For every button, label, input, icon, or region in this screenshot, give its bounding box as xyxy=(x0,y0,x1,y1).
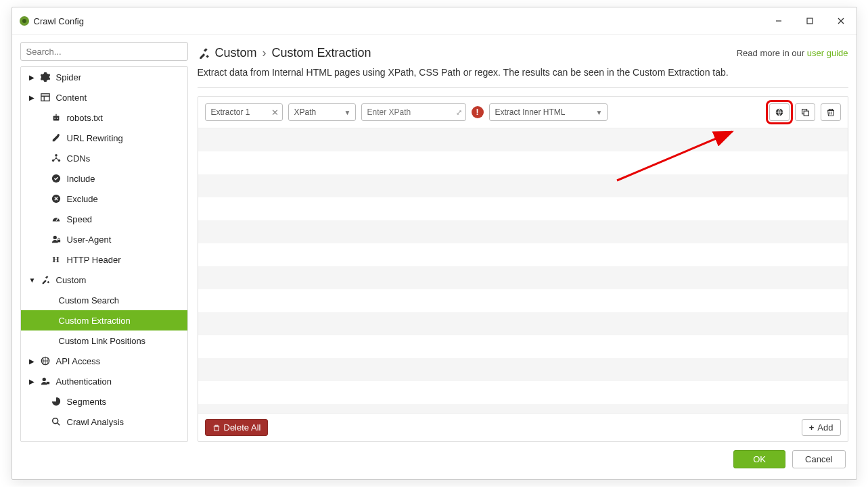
page-description: Extract data from Internal HTML pages us… xyxy=(198,67,848,88)
sidebar-item-url-rewriting[interactable]: ▶ URL Rewriting xyxy=(21,128,187,148)
svg-rect-23 xyxy=(46,382,49,385)
empty-rows-area xyxy=(198,128,848,413)
sidebar-item-label: Custom Link Positions xyxy=(59,336,146,346)
gear-icon xyxy=(40,72,51,82)
warning-icon: ! xyxy=(472,106,484,118)
browser-preview-button[interactable] xyxy=(769,103,790,121)
clear-icon[interactable]: ✕ xyxy=(271,107,279,118)
svg-rect-20 xyxy=(57,240,60,243)
chevron-right-icon: ▶ xyxy=(29,94,36,101)
sidebar-item-label: User-Agent xyxy=(67,235,112,245)
svg-point-22 xyxy=(42,378,45,381)
chevron-down-icon: ▼ xyxy=(29,276,36,284)
sidebar-item-cdns[interactable]: ▶ CDNs xyxy=(21,148,187,168)
chevron-right-icon: ▶ xyxy=(29,378,36,385)
x-circle-icon xyxy=(51,193,62,204)
expand-icon[interactable]: ⤢ xyxy=(456,108,462,117)
method-select[interactable]: XPath ▼ xyxy=(288,103,356,121)
window-title: Crawl Config xyxy=(34,16,763,26)
svg-point-10 xyxy=(54,118,55,119)
sidebar-item-label: Segments xyxy=(67,397,107,407)
extract-type-select[interactable]: Extract Inner HTML ▼ xyxy=(489,103,608,121)
sidebar-item-segments[interactable]: ▶ Segments xyxy=(21,391,187,412)
sidebar-item-crawl-analysis[interactable]: ▶ Crawl Analysis xyxy=(21,412,187,432)
tools-icon xyxy=(40,274,51,285)
plus-icon: + xyxy=(809,422,815,433)
xpath-input[interactable] xyxy=(361,103,466,121)
extractor-row: ✕ XPath ▼ ⤢ ! Extract Inner HTML ▼ xyxy=(198,97,848,128)
sidebar-item-spider[interactable]: ▶ Spider xyxy=(21,67,187,87)
method-select-value: XPath xyxy=(294,107,317,117)
sidebar-item-label: Authentication xyxy=(56,376,112,387)
edit-icon xyxy=(51,132,62,143)
sidebar-item-api-access[interactable]: ▶ API Access xyxy=(21,351,187,371)
delete-all-button[interactable]: Delete All xyxy=(205,419,269,436)
gauge-icon xyxy=(51,214,62,224)
crawl-config-window: Crawl Config ▶ Spider ▶ xyxy=(12,7,857,480)
delete-row-button[interactable] xyxy=(821,103,841,121)
user-lock-icon xyxy=(40,376,51,387)
sidebar-item-label: API Access xyxy=(56,356,101,366)
dialog-footer: OK Cancel xyxy=(12,442,856,479)
add-button[interactable]: + Add xyxy=(802,419,841,436)
extractor-list: ✕ XPath ▼ ⤢ ! Extract Inner HTML ▼ xyxy=(198,96,848,442)
user-lock-icon xyxy=(51,234,62,245)
sidebar-item-label: Content xyxy=(56,93,87,103)
extract-type-value: Extract Inner HTML xyxy=(495,107,566,117)
sidebar-item-label: Custom xyxy=(56,275,87,285)
user-guide-link[interactable]: user guide xyxy=(807,48,848,58)
sidebar-item-custom-link-positions[interactable]: ▶ Custom Link Positions xyxy=(21,330,187,351)
svg-point-13 xyxy=(55,154,58,157)
maximize-button[interactable] xyxy=(794,11,825,30)
header-icon: H xyxy=(51,254,62,265)
sidebar-item-http-header[interactable]: ▶ H HTTP Header xyxy=(21,249,187,270)
sidebar-item-label: Exclude xyxy=(67,194,98,204)
search-icon xyxy=(51,416,62,427)
sidebar-item-label: Custom Extraction xyxy=(59,316,131,326)
robot-icon xyxy=(51,112,62,123)
sidebar-item-user-agent[interactable]: ▶ User-Agent xyxy=(21,229,187,249)
sidebar-item-content[interactable]: ▶ Content xyxy=(21,87,187,107)
sidebar-item-label: robots.txt xyxy=(67,113,103,123)
chevron-right-icon: ▶ xyxy=(29,74,36,81)
sidebar-item-label: Speed xyxy=(67,214,93,224)
app-icon xyxy=(19,16,30,26)
sidebar-item-label: URL Rewriting xyxy=(67,133,123,143)
search-input[interactable] xyxy=(20,42,188,61)
sidebar-item-custom-extraction[interactable]: ▶ Custom Extraction xyxy=(21,310,187,330)
svg-rect-9 xyxy=(53,116,59,120)
duplicate-button[interactable] xyxy=(795,103,815,121)
sidebar-item-label: CDNs xyxy=(67,153,91,164)
svg-rect-28 xyxy=(804,111,808,116)
cancel-button[interactable]: Cancel xyxy=(792,450,845,468)
sidebar-item-include[interactable]: ▶ Include xyxy=(21,168,187,189)
sidebar-item-authentication[interactable]: ▶ Authentication xyxy=(21,371,187,391)
sidebar-item-speed[interactable]: ▶ Speed xyxy=(21,209,187,229)
tools-icon xyxy=(198,47,210,59)
check-circle-icon xyxy=(51,173,62,184)
network-icon xyxy=(51,153,62,164)
sidebar-item-robots[interactable]: ▶ robots.txt xyxy=(21,107,187,128)
sidebar-item-label: Spider xyxy=(56,72,82,82)
sidebar: ▶ Spider ▶ Content ▶ robots.txt ▶ xyxy=(20,42,188,442)
svg-point-19 xyxy=(53,236,56,239)
sidebar-item-custom-search[interactable]: ▶ Custom Search xyxy=(21,290,187,310)
breadcrumb-parent: Custom xyxy=(215,46,257,60)
svg-point-1 xyxy=(22,19,26,23)
ok-button[interactable]: OK xyxy=(733,450,785,468)
sidebar-item-label: Custom Search xyxy=(59,295,120,305)
close-button[interactable] xyxy=(825,11,856,30)
minimize-button[interactable] xyxy=(763,11,794,30)
svg-point-24 xyxy=(52,418,58,424)
svg-line-25 xyxy=(57,423,60,426)
sidebar-item-custom[interactable]: ▼ Custom xyxy=(21,270,187,290)
svg-rect-6 xyxy=(41,94,49,101)
breadcrumb-separator: › xyxy=(262,46,267,60)
titlebar: Crawl Config xyxy=(12,7,856,35)
sidebar-item-label: Include xyxy=(67,174,95,184)
pie-icon xyxy=(51,396,62,407)
sidebar-item-exclude[interactable]: ▶ Exclude xyxy=(21,189,187,209)
main-panel: Custom › Custom Extraction Read more in … xyxy=(198,42,848,442)
chevron-down-icon: ▼ xyxy=(344,109,351,116)
breadcrumb-current: Custom Extraction xyxy=(272,46,371,60)
